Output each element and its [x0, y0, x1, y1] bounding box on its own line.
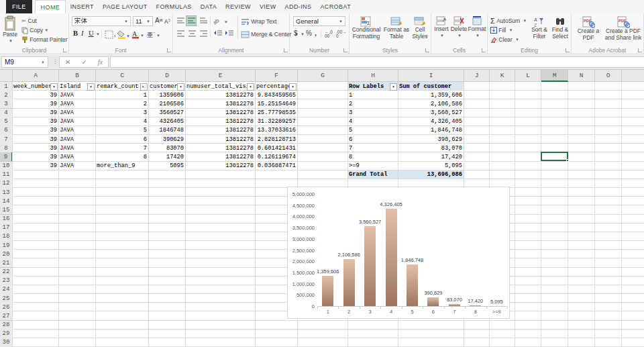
orientation-button[interactable]: ab▼	[213, 16, 229, 25]
cell-C2[interactable]: 1	[97, 91, 147, 99]
column-header-K[interactable]: K	[490, 70, 515, 82]
column-header-O[interactable]: O	[595, 70, 622, 82]
filter-header-numuser_total_visit[interactable]: numuser_total_visit	[186, 82, 254, 91]
bar-chart[interactable]: 0500,0001,000,0001,500,0002,000,0002,500…	[287, 187, 510, 319]
cell-I2[interactable]: 1,359,606	[399, 91, 462, 99]
column-header-N[interactable]: N	[568, 70, 595, 82]
tab-add-ins[interactable]: ADD-INS	[280, 0, 316, 13]
cell-C7[interactable]: 6	[97, 135, 147, 144]
cell-E9[interactable]: 13812278	[186, 152, 254, 161]
column-header-A[interactable]: A	[13, 70, 59, 82]
find-select-button[interactable]: Find & Select	[550, 16, 570, 40]
font-size-select[interactable]: 11▼	[133, 16, 153, 26]
row-header-17[interactable]: 17	[0, 224, 13, 233]
row-header-9[interactable]: 9	[0, 152, 13, 162]
align-right-button[interactable]	[199, 30, 208, 38]
cell-E10[interactable]: 13812278	[186, 162, 254, 170]
bottom-align-button[interactable]	[199, 17, 208, 25]
pivot-header-sum[interactable]: Sum of customer	[399, 82, 462, 91]
cell-D10[interactable]: 5095	[150, 162, 184, 170]
row-header-27[interactable]: 27	[0, 311, 13, 321]
cell-A5[interactable]: 39	[13, 117, 57, 126]
cell-A4[interactable]: 39	[13, 109, 57, 117]
tab-view[interactable]: VIEW	[255, 0, 280, 13]
row-header-8[interactable]: 8	[0, 144, 13, 153]
formula-input[interactable]	[110, 56, 644, 68]
cell-A2[interactable]: 39	[13, 91, 57, 99]
cell-D7[interactable]: 390629	[150, 135, 184, 144]
cell-A7[interactable]: 39	[13, 135, 57, 144]
cell-H8[interactable]: 7	[349, 144, 396, 152]
cell-A10[interactable]: 39	[13, 162, 57, 170]
tab-review[interactable]: REVIEW	[221, 0, 256, 13]
align-left-button[interactable]	[176, 30, 185, 38]
shrink-font-button[interactable]: Aˀ	[164, 18, 170, 25]
copy-button[interactable]: Copy ▼	[21, 26, 48, 35]
name-box[interactable]: M9▼	[1, 56, 48, 68]
tab-acrobat[interactable]: ACROBAT	[316, 0, 356, 13]
fx-icon[interactable]: fx	[98, 58, 103, 66]
cell-C6[interactable]: 5	[97, 126, 147, 135]
cell-H2[interactable]: 1	[349, 91, 396, 99]
increase-decimal-button[interactable]: ←.000	[325, 30, 333, 38]
row-header-14[interactable]: 14	[0, 197, 13, 206]
cell-H6[interactable]: 5	[349, 126, 396, 135]
column-header-M[interactable]: M	[541, 70, 568, 82]
dialog-launcher-icon[interactable]	[638, 48, 642, 52]
cell-I6[interactable]: 1,846,748	[399, 126, 462, 135]
cell-F5[interactable]: 31.32289257	[256, 117, 296, 126]
pivot-grand-total-value[interactable]: 13,696,086	[399, 170, 462, 179]
cancel-icon[interactable]: ✕	[65, 58, 70, 66]
column-header-D[interactable]: D	[149, 70, 186, 82]
chevron-down-icon[interactable]: ▼	[41, 60, 45, 64]
cell-B2[interactable]: JAVA	[60, 91, 94, 99]
row-header-30[interactable]: 30	[0, 338, 13, 347]
cell-D6[interactable]: 1846748	[150, 126, 184, 135]
column-header-H[interactable]: H	[348, 70, 398, 82]
filter-button-percentage[interactable]: ▼	[289, 83, 297, 91]
format-painter-button[interactable]: Format Painter	[21, 35, 68, 44]
row-header-25[interactable]: 25	[0, 294, 13, 303]
cell-C8[interactable]: 7	[97, 144, 147, 152]
cell-D3[interactable]: 2106586	[150, 99, 184, 108]
cell-F4[interactable]: 25.77798535	[256, 109, 296, 117]
row-header-7[interactable]: 7	[0, 135, 13, 144]
cell-B6[interactable]: JAVA	[60, 126, 94, 135]
cell-H3[interactable]: 2	[349, 99, 396, 108]
cell-I10[interactable]: 5,095	[399, 162, 462, 170]
chart-bar-1[interactable]	[322, 276, 333, 306]
column-header-G[interactable]: G	[298, 70, 348, 82]
cell-E6[interactable]: 13812278	[186, 126, 254, 135]
cell-I4[interactable]: 3,560,527	[399, 109, 462, 117]
cell-H7[interactable]: 6	[349, 135, 396, 144]
cell-I8[interactable]: 83,070	[399, 144, 462, 152]
dialog-launcher-icon[interactable]	[63, 48, 67, 52]
row-header-28[interactable]: 28	[0, 321, 13, 330]
cell-H9[interactable]: 8	[349, 152, 396, 161]
selected-cell[interactable]	[541, 152, 568, 161]
tab-file[interactable]: FILE	[6, 0, 32, 13]
row-header-26[interactable]: 26	[0, 303, 13, 312]
cell-B4[interactable]: JAVA	[60, 109, 94, 117]
middle-align-button[interactable]	[187, 17, 196, 25]
create-pdf-share-button[interactable]: PDFCreate a PDF and Share link	[604, 16, 643, 41]
dialog-launcher-icon[interactable]	[482, 48, 486, 52]
paste-button[interactable]: Paste▼	[3, 15, 17, 44]
cell-H5[interactable]: 4	[349, 117, 396, 126]
row-header-6[interactable]: 6	[0, 126, 13, 136]
filter-button-customer[interactable]: ▼	[177, 83, 184, 91]
tab-formulas[interactable]: FORMULAS	[152, 0, 196, 13]
format-as-table-button[interactable]: Format as Table	[383, 16, 410, 40]
cell-A6[interactable]: 39	[13, 126, 57, 135]
number-format-select[interactable]: General▼	[293, 16, 345, 26]
row-header-16[interactable]: 16	[0, 215, 13, 224]
row-header-1[interactable]: 1	[0, 82, 13, 91]
cell-C5[interactable]: 4	[97, 117, 147, 126]
dialog-launcher-icon[interactable]	[284, 48, 288, 52]
autosum-button[interactable]: Σ AutoSum ▼	[490, 16, 527, 26]
bold-button[interactable]: B	[73, 30, 78, 37]
cell-E5[interactable]: 13812278	[186, 117, 254, 126]
wrap-text-button[interactable]: Wrap Text	[241, 17, 276, 26]
font-color-button[interactable]: A▼	[131, 30, 144, 39]
cell-C4[interactable]: 3	[97, 109, 147, 117]
